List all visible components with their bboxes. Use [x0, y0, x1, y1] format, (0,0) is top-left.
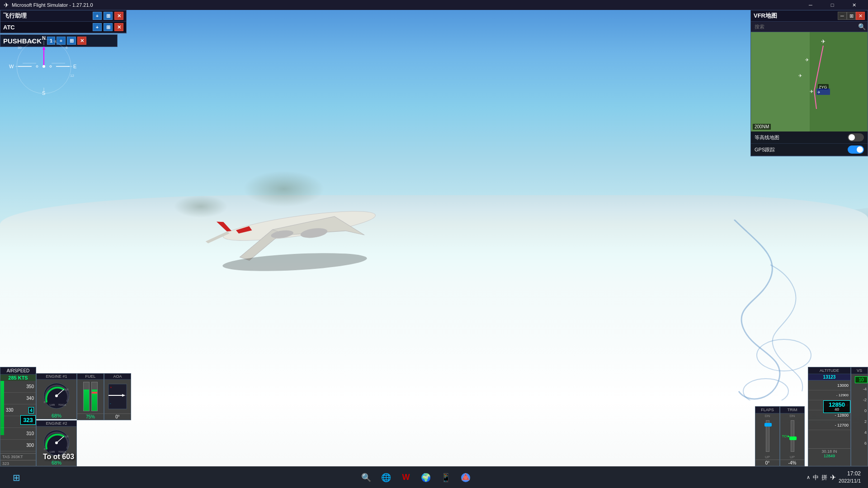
atc-add-btn[interactable]: + [93, 23, 102, 31]
speed-mark-350: 350 [0, 381, 36, 393]
gps-label: GPS跟踪 [755, 146, 848, 153]
svg-marker-5 [217, 220, 231, 233]
trim-slider-area: TO► [780, 418, 804, 455]
date-display: 2022/11/1 [839, 478, 861, 484]
svg-text:110: 110 [65, 388, 69, 391]
trim-header: TRIM [780, 407, 804, 413]
svg-text:3: 3 [54, 39, 57, 43]
engine2-header: ENGINE #2 [37, 421, 76, 427]
trim-col: TRIM DN TO► UP -4% [780, 406, 805, 466]
vfr-close-btn[interactable]: ✕ [856, 12, 865, 20]
svg-point-32 [50, 66, 52, 67]
time-display: 17:02 [839, 470, 861, 478]
start-icon: ⊞ [13, 472, 20, 483]
taskbar-wps-btn[interactable]: W [397, 469, 415, 487]
taskbar-widget-icon: 🌐 [381, 473, 391, 483]
pressure-alt: 12849 [809, 454, 850, 458]
fuel-fill-1 [84, 389, 89, 411]
map-scale: 200NM [753, 124, 771, 130]
right-instruments-wrapper: ALTITUDE 13123 13000 - 12900 12 12850 40… [808, 367, 868, 466]
svg-text:✈: ✈ [805, 57, 809, 62]
vs-mark-2: 2 [864, 419, 867, 424]
gps-knob [857, 146, 863, 153]
vfr-map-area[interactable]: ✈ ✈ ✈ ✈ ZYG ✈ 200NM [751, 32, 868, 131]
vs-mark-0: 0 [864, 408, 867, 413]
window-controls: ─ □ ✕ [800, 0, 864, 10]
trim-thumb[interactable] [789, 436, 797, 440]
taskbar-browser-btn[interactable]: 🌍 [417, 469, 435, 487]
svg-text:30: 30 [18, 46, 22, 50]
flaps-value: 0° [755, 460, 779, 466]
svg-text:✈: ✈ [817, 90, 821, 94]
speed-mark-330: 330 4 [0, 404, 36, 416]
aoa-gauge-area: + - [104, 380, 131, 413]
fuel-value: 75% [77, 413, 104, 420]
aoa-header: AOA [104, 374, 131, 380]
system-tray: ∧ 中 拼 ✈ 17:02 2022/11/1 [807, 470, 861, 484]
engine1-gauge-svg: LVR TOGA 0 110 [42, 381, 71, 411]
lang-zh-icon: 中 [813, 474, 819, 482]
svg-point-50 [55, 441, 58, 444]
pressure-row: 30.18 IN 12849 [808, 448, 850, 459]
taskbar-chrome-btn[interactable] [457, 469, 475, 487]
trim-dn-label: DN [780, 413, 804, 418]
trim-value: -4% [780, 460, 804, 466]
altitude-tape: 13000 - 12900 12 12850 40 - 12800 - 1270… [808, 380, 850, 448]
atc-expand-btn[interactable]: ⊞ [104, 23, 113, 31]
window-icon: ✈ [4, 1, 9, 9]
engine1-pct: 68% [37, 413, 76, 419]
flaps-header: FLAPS [755, 407, 779, 413]
taskbar-widget-btn[interactable]: 🌐 [377, 469, 395, 487]
feixing-title: 飞行助理 [3, 12, 91, 20]
vfr-title: VFR地图 [754, 12, 838, 20]
svg-text:E: E [73, 64, 76, 69]
svg-point-0 [757, 339, 811, 371]
gps-toggle[interactable] [848, 145, 864, 154]
start-button[interactable]: ⊞ [7, 469, 25, 487]
vs-mark-6: 6 [864, 441, 867, 446]
pressure-value: 30.18 IN [809, 449, 850, 454]
close-button[interactable]: ✕ [844, 0, 864, 10]
svg-text:LVR: LVR [50, 404, 55, 406]
taskbar-left: ⊞ [7, 469, 25, 487]
trim-up-label: UP [780, 455, 804, 460]
aoa-gauge-svg: + - [106, 382, 129, 411]
window-title: Microsoft Flight Simulator - 1.27.21.0 [12, 2, 800, 8]
speed-mark-300: 300 [0, 440, 36, 451]
taskbar-center: 🔍 🌐 W 🌍 📱 [357, 469, 475, 487]
expand-icon[interactable]: ∧ [807, 474, 810, 480]
flaps-thumb[interactable] [764, 423, 772, 427]
alt-mark-13000: 13000 [808, 380, 850, 390]
taskbar-search-icon: 🔍 [361, 473, 371, 483]
svg-text:+: + [110, 385, 112, 389]
vs-header: VS [851, 367, 868, 374]
maximize-button[interactable]: □ [822, 0, 843, 10]
svg-text:N: N [42, 36, 46, 41]
taskbar-app1-btn[interactable]: 📱 [437, 469, 455, 487]
svg-rect-56 [751, 32, 810, 131]
feixing-header: 飞行助理 + ⊞ ✕ [0, 10, 126, 22]
airplane [191, 185, 408, 276]
alt-mark-12900: - 12900 [808, 390, 850, 400]
minimize-button[interactable]: ─ [800, 0, 821, 10]
trim-track: TO► [791, 420, 794, 452]
contour-toggle[interactable] [848, 133, 864, 141]
svg-text:6: 6 [66, 46, 68, 50]
airspeed-wrapper: AIRSPEED 285 KTS 350 340 330 4 32 323 31… [0, 367, 36, 466]
svg-marker-26 [42, 46, 45, 50]
taskbar-right: ∧ 中 拼 ✈ 17:02 2022/11/1 [807, 470, 861, 484]
taskbar-search-btn[interactable]: 🔍 [357, 469, 375, 487]
atc-header: ATC + ⊞ ✕ [0, 22, 126, 33]
vfr-expand-btn[interactable]: ⊞ [847, 12, 856, 20]
atc-close-btn[interactable]: ✕ [114, 23, 123, 31]
vfr-search-input[interactable] [753, 23, 858, 31]
vfr-minimize-btn[interactable]: ─ [838, 12, 847, 20]
vs-mark-4: 4 [864, 430, 867, 435]
vs-scale: -6 -4 -2 0 2 4 6 10 [851, 374, 868, 458]
svg-text:✈: ✈ [821, 38, 826, 45]
river-area [644, 220, 825, 400]
feixing-add-btn[interactable]: + [93, 12, 102, 20]
feixing-expand-btn[interactable]: ⊞ [104, 12, 113, 20]
taskbar-browser-icon: 🌍 [421, 473, 431, 483]
feixing-close-btn[interactable]: ✕ [114, 12, 123, 20]
